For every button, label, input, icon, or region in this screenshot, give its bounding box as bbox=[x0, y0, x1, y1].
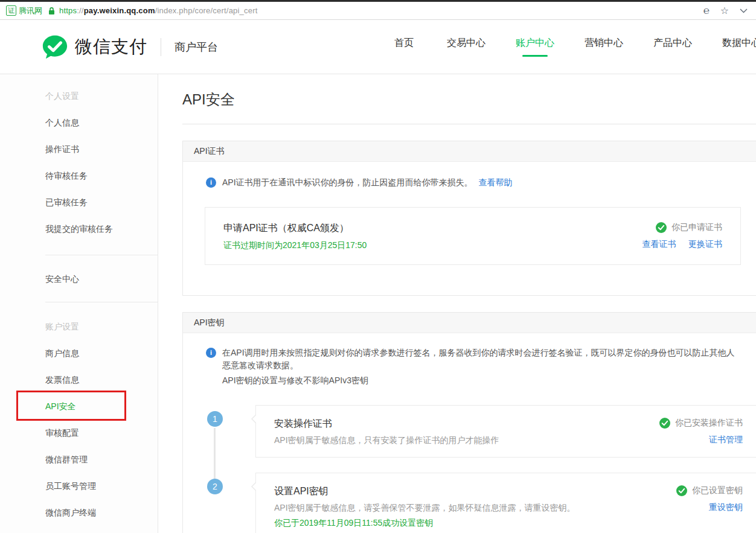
site-cert-badge: 证 bbox=[6, 5, 16, 16]
reset-key-link[interactable]: 重设密钥 bbox=[709, 502, 743, 512]
nav-item-home[interactable]: 首页 bbox=[391, 37, 417, 57]
sidebar-item-merchant-info[interactable]: 商户信息 bbox=[0, 340, 158, 367]
view-help-link[interactable]: 查看帮助 bbox=[479, 176, 513, 189]
api-key-panel-header: API密钥 bbox=[183, 313, 756, 333]
set-api-key-desc: API密钥属于敏感信息，请妥善保管不要泄露，如果怀疑信息泄露，请重设密钥。 bbox=[274, 503, 575, 514]
set-api-key-status: 你已设置密钥 bbox=[692, 485, 743, 496]
chevron-down-icon[interactable] bbox=[740, 8, 748, 13]
sidebar-item-wechat-merchant-terminal[interactable]: 微信商户终端 bbox=[0, 500, 158, 526]
sidebar-item-invoice-info[interactable]: 发票信息 bbox=[0, 367, 158, 394]
ssl-lock-icon bbox=[48, 7, 55, 15]
nav-item-trade-center[interactable]: 交易中心 bbox=[447, 37, 485, 57]
api-certificate-panel: API证书 i API证书用于在通讯中标识你的身份，防止因盗用而给你带来损失。 … bbox=[182, 141, 756, 296]
set-api-key-success-text: 你已于2019年11月09日11:55成功设置密钥 bbox=[274, 518, 575, 529]
header-divider bbox=[161, 38, 161, 56]
nav-item-account-center[interactable]: 账户中心 bbox=[516, 37, 554, 57]
install-cert-status: 你已安装操作证书 bbox=[675, 418, 743, 429]
sidebar-item-staff-account-management[interactable]: 员工账号管理 bbox=[0, 473, 158, 500]
check-circle-icon bbox=[676, 485, 687, 496]
api-certificate-card: 申请API证书（权威CA颁发） 证书过期时间为2021年03月25日17:50 … bbox=[205, 207, 741, 265]
url-host: pay.weixin.qq.com bbox=[84, 6, 155, 15]
compatibility-view-icon[interactable]: ℮ bbox=[703, 5, 709, 16]
portal-name: 商户平台 bbox=[175, 40, 218, 54]
key-info-line1: 在API调用时用来按照指定规则对你的请求参数进行签名，服务器收到你的请求时会进行… bbox=[222, 346, 740, 372]
sidebar-item-pending-review-tasks[interactable]: 待审核任务 bbox=[0, 163, 158, 190]
wechat-bubble-check-icon bbox=[41, 34, 69, 60]
certificate-management-link[interactable]: 证书管理 bbox=[709, 435, 743, 444]
step-set-api-key: 2 设置API密钥 API密钥属于敏感信息，请妥善保管不要泄露，如果怀疑信息泄露… bbox=[183, 473, 756, 533]
main-content: API安全 API证书 i API证书用于在通讯中标识你的身份，防止因盗用而给你… bbox=[158, 74, 756, 533]
check-circle-icon bbox=[659, 418, 670, 429]
key-info-line2: API密钥的设置与修改不影响APIv3密钥 bbox=[222, 374, 740, 387]
info-icon: i bbox=[206, 348, 216, 358]
url-path: /index.php/core/cert/api_cert bbox=[155, 6, 258, 15]
sidebar-item-personal-info[interactable]: 个人信息 bbox=[0, 110, 158, 136]
view-certificate-link[interactable]: 查看证书 bbox=[642, 239, 676, 249]
favorite-star-icon[interactable]: ☆ bbox=[720, 6, 729, 16]
set-api-key-title: 设置API密钥 bbox=[274, 485, 575, 498]
url-text[interactable]: https://pay.weixin.qq.com/index.php/core… bbox=[59, 6, 258, 15]
site-header: 微信支付 商户平台 首页 交易中心 账户中心 营销中心 产品中心 数据中心 bbox=[0, 20, 756, 74]
page-title: API安全 bbox=[182, 90, 756, 109]
logo-text: 微信支付 bbox=[75, 35, 147, 59]
nav-item-product-center[interactable]: 产品中心 bbox=[653, 37, 692, 57]
cert-status-text: 你已申请证书 bbox=[671, 222, 722, 233]
api-key-steps: 1 安装操作证书 API密钥属于敏感信息，只有安装了操作证书的用户才能操作 bbox=[183, 405, 756, 533]
top-navigation: 首页 交易中心 账户中心 营销中心 产品中心 数据中心 bbox=[391, 37, 756, 57]
sidebar-item-api-security[interactable]: API安全 bbox=[0, 394, 158, 420]
cert-card-title: 申请API证书（权威CA颁发） bbox=[223, 222, 367, 235]
wechat-pay-logo[interactable]: 微信支付 bbox=[41, 34, 147, 60]
check-circle-icon bbox=[656, 222, 667, 233]
set-api-key-card: 设置API密钥 API密钥属于敏感信息，请妥善保管不要泄露，如果怀疑信息泄露，请… bbox=[255, 473, 756, 533]
nav-item-data-center[interactable]: 数据中心 bbox=[722, 37, 756, 57]
nav-item-marketing-center[interactable]: 营销中心 bbox=[585, 37, 623, 57]
step-install-cert: 1 安装操作证书 API密钥属于敏感信息，只有安装了操作证书的用户才能操作 bbox=[183, 405, 756, 458]
url-separator: :// bbox=[77, 6, 83, 15]
sidebar-item-reviewed-tasks[interactable]: 已审核任务 bbox=[0, 190, 158, 216]
replace-certificate-link[interactable]: 更换证书 bbox=[688, 239, 722, 249]
sidebar-divider bbox=[45, 255, 158, 255]
sidebar-item-review-config[interactable]: 审核配置 bbox=[0, 420, 158, 447]
install-cert-card: 安装操作证书 API密钥属于敏感信息，只有安装了操作证书的用户才能操作 你已安装… bbox=[255, 405, 756, 458]
install-cert-title: 安装操作证书 bbox=[274, 418, 499, 430]
step-number-badge: 1 bbox=[207, 411, 223, 427]
sidebar-divider bbox=[45, 302, 158, 302]
api-certificate-panel-header: API证书 bbox=[183, 141, 756, 162]
step-number-badge: 2 bbox=[207, 479, 223, 494]
title-rule bbox=[182, 124, 756, 124]
info-icon: i bbox=[206, 177, 216, 188]
install-cert-desc: API密钥属于敏感信息，只有安装了操作证书的用户才能操作 bbox=[274, 435, 499, 446]
sidebar: 个人设置 个人信息 操作证书 待审核任务 已审核任务 我提交的审核任务 安全中心… bbox=[0, 74, 158, 533]
browser-address-bar: 证 腾讯网 https://pay.weixin.qq.com/index.ph… bbox=[0, 0, 756, 20]
cert-expiry-text: 证书过期时间为2021年03月25日17:50 bbox=[223, 240, 367, 251]
sidebar-item-operation-cert[interactable]: 操作证书 bbox=[0, 136, 158, 163]
cert-info-text: API证书用于在通讯中标识你的身份，防止因盗用而给你带来损失。 bbox=[222, 176, 473, 189]
api-key-panel: API密钥 i 在API调用时用来按照指定规则对你的请求参数进行签名，服务器收到… bbox=[182, 312, 756, 533]
sidebar-header-personal-settings: 个人设置 bbox=[0, 83, 158, 110]
sidebar-item-my-submitted-tasks[interactable]: 我提交的审核任务 bbox=[0, 216, 158, 243]
site-verified-name: 腾讯网 bbox=[19, 5, 42, 16]
sidebar-item-security-center[interactable]: 安全中心 bbox=[0, 266, 158, 293]
url-scheme: https bbox=[59, 6, 77, 15]
sidebar-item-wechat-group-management[interactable]: 微信群管理 bbox=[0, 447, 158, 473]
sidebar-header-account-settings: 账户设置 bbox=[0, 314, 158, 340]
